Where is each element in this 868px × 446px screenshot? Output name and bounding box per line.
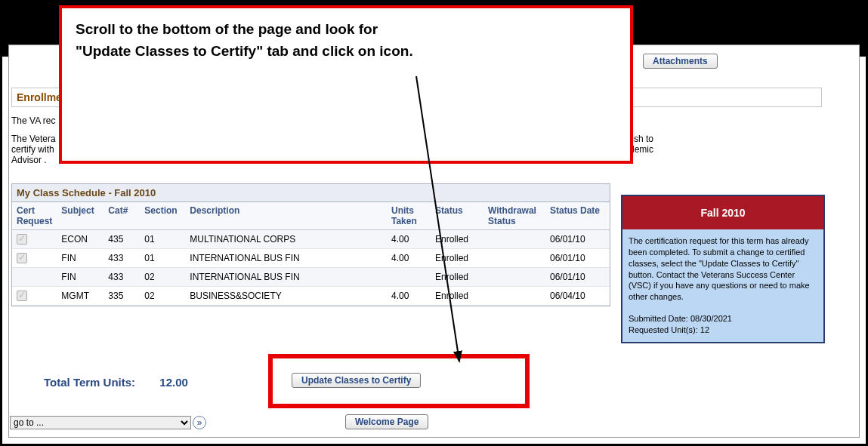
cert-checkbox[interactable]: [17, 291, 27, 301]
term-info-panel: Fall 2010 The certification request for …: [621, 195, 825, 343]
cell: [483, 230, 545, 249]
cell: 435: [103, 230, 140, 249]
instruction-callout: Scroll to the bottom of the page and loo…: [59, 5, 633, 164]
cell: 335: [103, 287, 140, 306]
col-section: Section: [140, 202, 185, 230]
term-requested-units: Requested Unit(s): 12: [629, 325, 817, 336]
cell: MGMT: [57, 287, 103, 306]
cell: FIN: [57, 249, 103, 268]
col-status-date: Status Date: [545, 202, 610, 230]
cell: [387, 268, 431, 287]
col-cert: Cert Request: [12, 202, 57, 230]
col-withdrawal: Withdrawal Status: [483, 202, 545, 230]
cell: 06/01/10: [545, 268, 610, 287]
cell: [483, 249, 545, 268]
cell: INTERNATIONAL BUS FIN: [185, 268, 387, 287]
cell: [483, 268, 545, 287]
cell: 06/04/10: [545, 287, 610, 306]
cell: BUSINESS&SOCIETY: [185, 287, 387, 306]
col-desc: Description: [185, 202, 387, 230]
cell: Enrolled: [431, 249, 483, 268]
cell: 01: [140, 249, 185, 268]
cell: 4.00: [387, 230, 431, 249]
cert-checkbox[interactable]: [17, 234, 27, 245]
cell: Enrolled: [431, 287, 483, 306]
page-frame: Attachments Enrollme The VA rec The Vete…: [0, 0, 868, 446]
cell: 01: [140, 230, 185, 249]
table-row: ECON43501MULTINATIONAL CORPS4.00Enrolled…: [12, 230, 610, 249]
table-row: MGMT33502BUSINESS&SOCIETY4.00Enrolled06/…: [12, 287, 610, 306]
cell: FIN: [57, 268, 103, 287]
col-status: Status: [431, 202, 483, 230]
cell: Enrolled: [431, 268, 483, 287]
class-schedule-table: Cert Request Subject Cat# Section Descri…: [12, 202, 610, 306]
cell: 02: [140, 287, 185, 306]
cell: [12, 268, 57, 287]
goto-nav: go to ... »: [10, 416, 206, 429]
term-submitted-date: Submitted Date: 08/30/2021: [629, 313, 817, 325]
cell: 4.00: [387, 287, 431, 306]
col-subject: Subject: [57, 202, 103, 230]
goto-select[interactable]: go to ...: [10, 416, 191, 429]
cell: MULTINATIONAL CORPS: [185, 230, 387, 249]
col-cat: Cat#: [103, 202, 140, 230]
welcome-page-button[interactable]: Welcome Page: [345, 414, 428, 429]
cell: 06/01/10: [545, 249, 610, 268]
cell: 06/01/10: [545, 230, 610, 249]
term-info-title: Fall 2010: [622, 196, 823, 229]
cell: [12, 249, 57, 268]
class-schedule-title: My Class Schedule - Fall 2010: [12, 184, 610, 202]
goto-go-icon[interactable]: »: [193, 416, 206, 429]
va-para2-left2: certify with: [11, 144, 54, 155]
update-classes-button[interactable]: Update Classes to Certify: [292, 373, 421, 388]
table-row: FIN43301INTERNATIONAL BUS FIN4.00Enrolle…: [12, 249, 610, 268]
callout-line1: Scroll to the bottom of the page and loo…: [76, 19, 616, 41]
cell: [483, 287, 545, 306]
table-row: FIN43302INTERNATIONAL BUS FINEnrolled06/…: [12, 268, 610, 287]
attachments-button[interactable]: Attachments: [643, 54, 718, 69]
term-info-body: The certification request for this term …: [629, 235, 817, 303]
cert-checkbox[interactable]: [17, 253, 27, 263]
class-schedule-panel: My Class Schedule - Fall 2010 Cert Reque…: [11, 183, 610, 306]
callout-line2: "Update Classes to Certify" tab and clic…: [76, 41, 616, 63]
total-value: 12.00: [159, 376, 188, 389]
cell: Enrolled: [431, 230, 483, 249]
total-label: Total Term Units:: [44, 376, 135, 389]
cell: [12, 287, 57, 306]
cell: [12, 230, 57, 249]
enrollment-title: Enrollme: [17, 91, 62, 103]
cell: 433: [103, 268, 140, 287]
total-term-units: Total Term Units: 12.00: [44, 376, 188, 389]
cell: INTERNATIONAL BUS FIN: [185, 249, 387, 268]
cell: 4.00: [387, 249, 431, 268]
cell: ECON: [57, 230, 103, 249]
va-para2-left3: Advisor .: [11, 155, 47, 165]
cell: 433: [103, 249, 140, 268]
col-units: Units Taken: [387, 202, 431, 230]
cell: 02: [140, 268, 185, 287]
va-para2-left1: The Vetera: [11, 134, 56, 144]
